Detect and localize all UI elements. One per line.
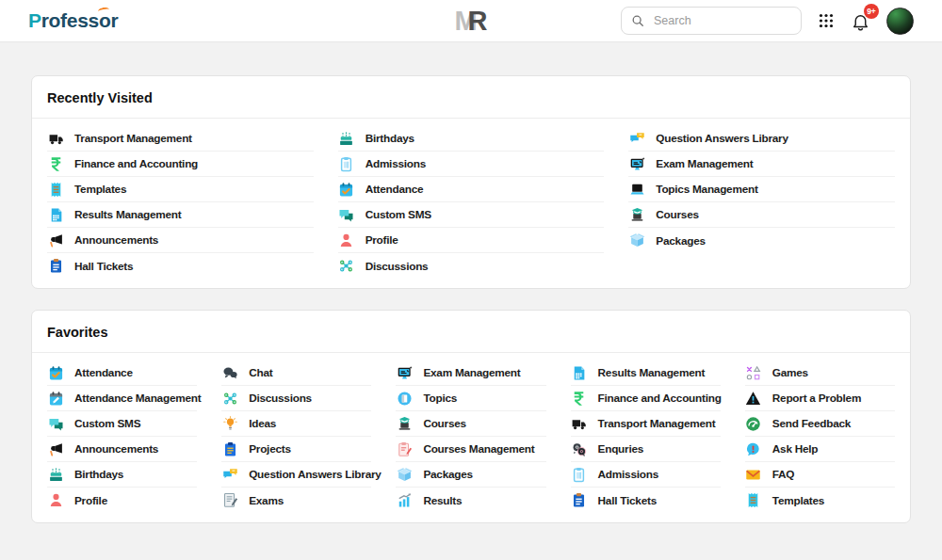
menu-item-courses[interactable]: Courses bbox=[628, 202, 895, 228]
menu-item-label: Exam Management bbox=[423, 366, 520, 379]
menu-item-profile[interactable]: Profile bbox=[47, 488, 197, 513]
brand-letter-o: o bbox=[99, 9, 111, 32]
menu-column: ChatDiscussionsIdeasProjectsQuestion Ans… bbox=[221, 360, 371, 513]
menu-item-question-answers-library[interactable]: Question Answers Library bbox=[221, 462, 371, 488]
menu-item-finance-and-accounting[interactable]: Finance and Accounting bbox=[571, 386, 721, 411]
menu-item-birthdays[interactable]: Birthdays bbox=[338, 126, 605, 152]
menu-item-custom-sms[interactable]: Custom SMS bbox=[47, 411, 197, 437]
card-title: Recently Visited bbox=[32, 76, 910, 119]
calendar-check-icon bbox=[338, 181, 355, 198]
network-icon bbox=[338, 258, 355, 275]
menu-item-hall-tickets[interactable]: Hall Tickets bbox=[571, 488, 721, 513]
menu-item-courses-management[interactable]: Courses Management bbox=[396, 437, 545, 462]
menu-item-label: Finance and Accounting bbox=[598, 392, 722, 405]
rupee-icon bbox=[571, 390, 588, 407]
menu-item-label: Profile bbox=[74, 494, 107, 507]
bar-chart-icon bbox=[396, 492, 413, 509]
menu-item-label: Attendance Management bbox=[74, 392, 201, 405]
menu-item-enquries[interactable]: Enquries bbox=[571, 437, 721, 462]
notification-badge: 9+ bbox=[864, 4, 879, 19]
menu-item-birthdays[interactable]: Birthdays bbox=[47, 462, 197, 488]
menu-item-results[interactable]: Results bbox=[396, 488, 545, 513]
brand-logo[interactable]: Professor bbox=[28, 9, 118, 32]
menu-item-ideas[interactable]: Ideas bbox=[221, 411, 371, 437]
menu-item-discussions[interactable]: Discussions bbox=[221, 386, 371, 411]
game-shapes-icon bbox=[745, 364, 762, 381]
menu-item-finance-and-accounting[interactable]: Finance and Accounting bbox=[47, 152, 314, 177]
menu-item-profile[interactable]: Profile bbox=[338, 228, 605, 253]
menu-item-label: Admissions bbox=[598, 468, 658, 481]
qa-chat-icon bbox=[628, 130, 645, 147]
search-input[interactable] bbox=[652, 13, 791, 28]
menu-item-label: Packages bbox=[656, 234, 705, 248]
clipboard-light-icon bbox=[571, 466, 588, 483]
menu-item-label: Templates bbox=[772, 494, 824, 507]
menu-item-send-feedback[interactable]: Send Feedback bbox=[745, 411, 895, 437]
receipt-icon bbox=[47, 181, 64, 198]
menu-item-templates[interactable]: Templates bbox=[47, 177, 314, 202]
menu-item-admissions[interactable]: Admissions bbox=[571, 462, 721, 488]
menu-item-ask-help[interactable]: Ask Help bbox=[745, 437, 895, 462]
clipboard-projects-icon bbox=[221, 440, 238, 457]
menu-item-label: Enquries bbox=[598, 442, 643, 456]
menu-item-custom-sms[interactable]: Custom SMS bbox=[338, 202, 605, 228]
menu-item-templates[interactable]: Templates bbox=[745, 488, 895, 513]
menu-item-label: Ask Help bbox=[772, 442, 818, 456]
menu-item-label: Hall Tickets bbox=[74, 260, 133, 273]
menu-item-games[interactable]: Games bbox=[745, 360, 895, 386]
menu-item-report-a-problem[interactable]: Report a Problem bbox=[745, 386, 895, 411]
warning-triangle-icon bbox=[745, 390, 762, 407]
menu-item-announcements[interactable]: Announcements bbox=[47, 228, 314, 253]
menu-item-transport-management[interactable]: Transport Management bbox=[571, 411, 721, 437]
receipt-icon bbox=[745, 492, 762, 509]
menu-item-label: Question Answers Library bbox=[249, 468, 381, 481]
card-grid: Transport ManagementFinance and Accounti… bbox=[32, 119, 910, 288]
gauge-icon bbox=[745, 415, 762, 432]
menu-item-label: Finance and Accounting bbox=[74, 157, 198, 170]
menu-item-courses[interactable]: Courses bbox=[396, 411, 545, 437]
menu-item-topics-management[interactable]: Topics Management bbox=[628, 177, 895, 202]
cake-icon bbox=[47, 466, 64, 483]
menu-item-packages[interactable]: Packages bbox=[396, 462, 545, 488]
exam-monitor-icon bbox=[396, 364, 413, 381]
menu-item-exam-management[interactable]: Exam Management bbox=[628, 152, 895, 177]
menu-item-label: Announcements bbox=[74, 442, 158, 456]
menu-item-attendance[interactable]: Attendance bbox=[47, 360, 197, 386]
exam-paper-icon bbox=[221, 492, 238, 509]
menu-item-label: Hall Tickets bbox=[598, 494, 657, 507]
menu-item-label: Transport Management bbox=[598, 417, 716, 430]
search-box[interactable] bbox=[621, 7, 802, 35]
menu-item-label: Results bbox=[423, 494, 462, 507]
menu-item-chat[interactable]: Chat bbox=[221, 360, 371, 386]
menu-item-packages[interactable]: Packages bbox=[628, 228, 895, 253]
menu-item-transport-management[interactable]: Transport Management bbox=[47, 126, 314, 152]
menu-item-label: Courses Management bbox=[423, 442, 534, 456]
menu-item-question-answers-library[interactable]: Question Answers Library bbox=[628, 126, 895, 152]
menu-item-results-management[interactable]: Results Management bbox=[571, 360, 721, 386]
menu-item-label: Courses bbox=[656, 208, 698, 221]
apps-grid-button[interactable] bbox=[818, 12, 835, 29]
menu-item-hall-tickets[interactable]: Hall Tickets bbox=[47, 253, 314, 279]
menu-item-discussions[interactable]: Discussions bbox=[338, 253, 605, 279]
menu-item-topics[interactable]: Topics bbox=[396, 386, 545, 411]
menu-item-projects[interactable]: Projects bbox=[221, 437, 371, 462]
menu-item-label: Profile bbox=[365, 233, 398, 247]
menu-item-label: Results Management bbox=[74, 208, 182, 221]
menu-item-admissions[interactable]: Admissions bbox=[338, 152, 605, 177]
menu-item-announcements[interactable]: Announcements bbox=[47, 437, 197, 462]
user-avatar[interactable] bbox=[886, 8, 914, 35]
menu-item-exam-management[interactable]: Exam Management bbox=[396, 360, 545, 386]
notifications-button[interactable]: 9+ bbox=[851, 11, 870, 31]
menu-item-attendance[interactable]: Attendance bbox=[338, 177, 605, 202]
menu-item-label: Custom SMS bbox=[365, 208, 431, 221]
help-bubble-icon bbox=[745, 440, 762, 457]
menu-item-label: Courses bbox=[423, 417, 465, 430]
chat-dark-icon bbox=[221, 364, 238, 381]
cake-icon bbox=[338, 130, 355, 147]
menu-item-faq[interactable]: FAQ bbox=[745, 462, 895, 488]
rupee-icon bbox=[47, 155, 64, 172]
menu-item-attendance-management[interactable]: Attendance Management bbox=[47, 386, 197, 411]
laptop-icon bbox=[628, 181, 645, 198]
menu-item-results-management[interactable]: Results Management bbox=[47, 202, 314, 228]
menu-item-exams[interactable]: Exams bbox=[221, 488, 371, 513]
